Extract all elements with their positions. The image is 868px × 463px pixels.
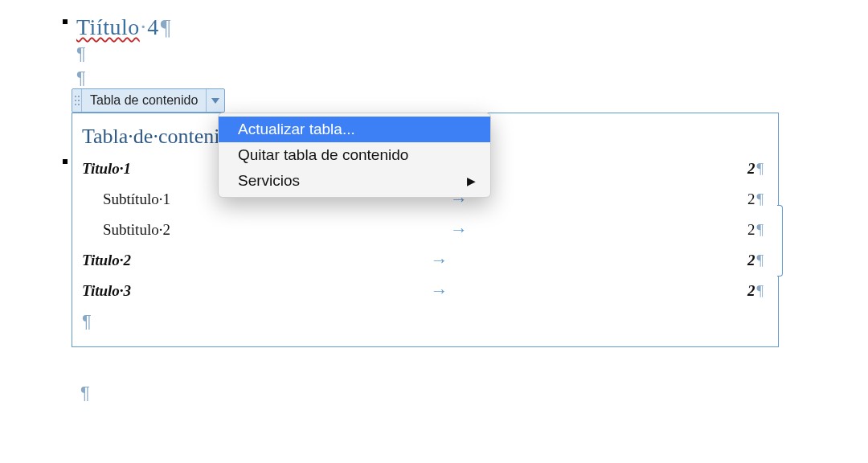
toc-title-text: Tabla·de·contenido	[82, 125, 240, 148]
toc-entry-page: 2¶	[747, 160, 764, 178]
toc-row[interactable]: Titulo·2→2¶	[82, 250, 764, 271]
toc-entry-page: 2¶	[747, 252, 764, 269]
svg-point-2	[75, 100, 76, 101]
menu-item-label: Servicios	[238, 172, 300, 190]
object-anchor-icon	[63, 19, 68, 24]
svg-point-0	[75, 96, 76, 97]
pilcrow-icon: ¶	[80, 383, 90, 403]
chevron-down-icon	[211, 96, 220, 104]
menu-item-label: Actualizar tabla...	[238, 121, 355, 138]
context-menu: Actualizar tabla...Quitar tabla de conte…	[218, 113, 491, 198]
toc-entry-page: 2¶	[747, 221, 764, 239]
submenu-arrow-icon: ▶	[467, 174, 476, 187]
svg-marker-6	[211, 98, 219, 104]
svg-point-5	[78, 104, 80, 105]
toc-field-label: Tabla de contenido	[82, 89, 207, 112]
heading-4-text: Tiítulo	[76, 14, 140, 41]
toc-dropdown-button[interactable]	[207, 89, 224, 112]
toc-entry-label: Titulo·2	[82, 252, 131, 269]
pilcrow-icon: ¶	[755, 282, 764, 299]
toc-row[interactable]: Subtitulo·2→2¶	[82, 219, 764, 240]
space-dot: ·	[140, 14, 148, 39]
menu-item-1[interactable]: Quitar tabla de contenido	[219, 142, 490, 168]
toc-entry-label: Subtitulo·2	[82, 221, 170, 239]
toc-entry-page: 2¶	[747, 282, 764, 300]
drag-grip-icon[interactable]	[72, 89, 82, 112]
pilcrow-icon: ¶	[755, 221, 764, 238]
object-anchor-icon	[63, 159, 68, 164]
toc-entry-label: Subtítulo·1	[82, 191, 170, 208]
tab-arrow-icon: →	[131, 281, 747, 301]
menu-item-label: Quitar tabla de contenido	[238, 146, 408, 164]
svg-point-3	[78, 100, 80, 101]
toc-field-control[interactable]: Tabla de contenido	[72, 88, 225, 113]
menu-item-0[interactable]: Actualizar tabla...	[219, 117, 490, 142]
empty-paragraph[interactable]: ¶	[80, 383, 90, 404]
pilcrow-icon: ¶	[76, 68, 86, 88]
toc-entry-label: Titulo·3	[82, 282, 131, 300]
toc-entry-label: Titulo·1	[82, 160, 131, 178]
pilcrow-icon: ¶	[82, 311, 764, 332]
empty-paragraph[interactable]: ¶	[76, 68, 868, 88]
tab-arrow-icon: →	[170, 219, 747, 240]
pilcrow-icon: ¶	[76, 43, 86, 64]
tab-arrow-icon: →	[131, 250, 747, 271]
empty-paragraph[interactable]: ¶	[76, 43, 868, 64]
heading-4-rest: 4	[147, 14, 159, 39]
pilcrow-icon: ¶	[755, 252, 764, 268]
toc-row[interactable]: Titulo·3→2¶	[82, 281, 764, 301]
menu-item-2[interactable]: Servicios▶	[219, 168, 490, 194]
pilcrow-icon: ¶	[755, 191, 764, 207]
svg-point-4	[75, 104, 76, 105]
pilcrow-icon: ¶	[159, 14, 171, 39]
svg-point-1	[78, 96, 80, 97]
pilcrow-icon: ¶	[755, 160, 764, 177]
toc-entry-page: 2¶	[747, 191, 764, 208]
heading-4[interactable]: Tiítulo·4¶	[76, 14, 171, 40]
